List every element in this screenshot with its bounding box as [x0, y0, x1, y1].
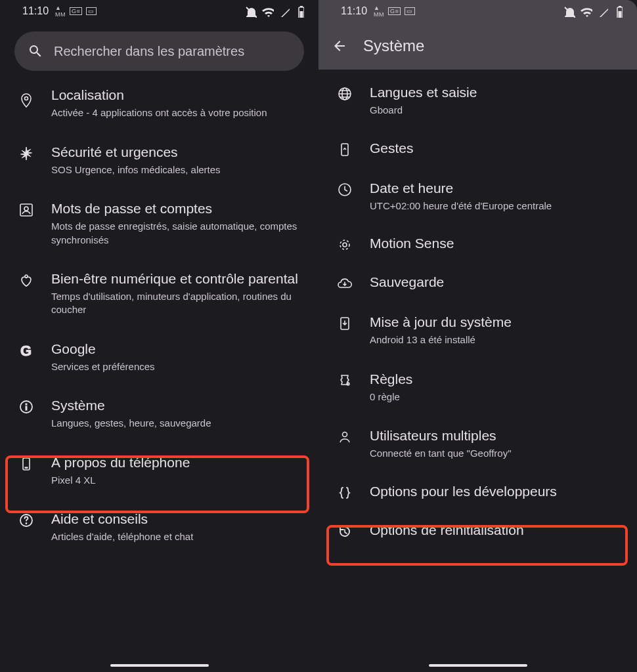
settings-item-restore[interactable]: Options de réinitialisation	[318, 511, 637, 550]
help-icon	[16, 511, 37, 528]
settings-item-clock[interactable]: Date et heureUTC+02:00 heure d'été d'Eur…	[318, 168, 637, 225]
item-title: Google	[51, 341, 305, 358]
user-icon	[334, 427, 355, 445]
item-subtitle: Temps d'utilisation, minuteurs d'applica…	[51, 290, 305, 317]
item-subtitle: Connecté en tant que "Geoffroy"	[370, 447, 624, 460]
settings-item-user[interactable]: Utilisateurs multiplesConnecté en tant q…	[318, 415, 637, 472]
dnd-icon	[244, 5, 257, 18]
signal-icon	[278, 5, 290, 17]
item-subtitle: Activée - 4 applications ont accès à vot…	[51, 106, 305, 119]
item-title: Mots de passe et comptes	[51, 200, 305, 217]
gesture-nav-bar[interactable]	[0, 664, 318, 667]
asterisk-icon	[16, 144, 37, 161]
item-subtitle: Langues, gestes, heure, sauvegarde	[51, 417, 305, 430]
gesture-icon	[334, 140, 355, 158]
search-settings[interactable]: Rechercher dans les paramètres	[14, 32, 304, 71]
search-icon	[28, 43, 43, 59]
phonebox-icon	[16, 454, 37, 472]
item-subtitle: Android 13 a été installé	[370, 333, 624, 346]
google-icon	[16, 341, 37, 358]
cloud-icon	[334, 274, 355, 291]
status-bar: 11:10 ▲MM G≡ ▭	[0, 0, 318, 22]
settings-item-cloud[interactable]: Sauvegarde	[318, 263, 637, 302]
gesture-nav-bar[interactable]	[318, 664, 637, 667]
item-title: Utilisateurs multiples	[370, 427, 624, 444]
settings-item-info[interactable]: SystèmeLangues, gestes, heure, sauvegard…	[0, 385, 318, 442]
battery-icon	[612, 5, 623, 18]
settings-main-screen: 11:10 ▲MM G≡ ▭ Rechercher dans les param…	[0, 0, 318, 672]
dnd-icon	[562, 5, 575, 18]
card-icon: ▭	[405, 7, 415, 15]
news-icon: G≡	[388, 7, 401, 15]
accountbox-icon	[16, 200, 37, 218]
app-bar: Système	[318, 22, 637, 70]
settings-item-asterisk[interactable]: Sécurité et urgencesSOS Urgence, infos m…	[0, 132, 318, 189]
wifi-icon	[579, 5, 592, 18]
item-subtitle: UTC+02:00 heure d'été d'Europe centrale	[370, 200, 624, 213]
item-subtitle: 0 règle	[370, 390, 624, 404]
settings-item-phonebox[interactable]: À propos du téléphonePixel 4 XL	[0, 442, 318, 499]
item-title: Gestes	[370, 140, 624, 157]
mm-icon: ▲MM	[55, 5, 66, 18]
system-list[interactable]: Langues et saisieGboardGestesDate et heu…	[318, 70, 637, 550]
wellbeing-icon	[16, 270, 37, 288]
info-icon	[16, 397, 37, 415]
settings-item-google[interactable]: GoogleServices et préférences	[0, 329, 318, 386]
settings-item-braces[interactable]: Options pour les développeurs	[318, 472, 637, 511]
signal-icon	[596, 5, 608, 17]
item-title: Options de réinitialisation	[370, 522, 624, 539]
settings-list[interactable]: LocalisationActivée - 4 applications ont…	[0, 75, 318, 556]
system-settings-screen: 11:10 ▲MM G≡ ▭ Système Langues et saisie…	[318, 0, 637, 672]
settings-item-globe[interactable]: Langues et saisieGboard	[318, 72, 637, 129]
item-title: Mise à jour du système	[370, 314, 624, 331]
clock-icon	[334, 180, 355, 198]
download-icon	[334, 314, 355, 331]
item-title: Langues et saisie	[370, 84, 624, 101]
item-title: Aide et conseils	[51, 511, 305, 528]
item-subtitle: Mots de passe enregistrés, saisie automa…	[51, 220, 305, 247]
search-placeholder: Rechercher dans les paramètres	[54, 44, 244, 59]
braces-icon	[334, 483, 355, 501]
settings-item-location[interactable]: LocalisationActivée - 4 applications ont…	[0, 79, 318, 132]
item-subtitle: Articles d'aide, téléphone et chat	[51, 530, 305, 543]
item-title: Règles	[370, 371, 624, 388]
settings-item-download[interactable]: Mise à jour du systèmeAndroid 13 a été i…	[318, 302, 637, 359]
item-subtitle: Gboard	[370, 104, 624, 117]
wifi-icon	[261, 5, 274, 18]
item-title: Sécurité et urgences	[51, 144, 305, 161]
settings-item-wellbeing[interactable]: Bien-être numérique et contrôle parental…	[0, 259, 318, 329]
item-title: À propos du téléphone	[51, 454, 305, 471]
mm-icon: ▲MM	[374, 5, 384, 18]
settings-item-help[interactable]: Aide et conseilsArticles d'aide, télépho…	[0, 499, 318, 556]
settings-item-accountbox[interactable]: Mots de passe et comptesMots de passe en…	[0, 188, 318, 259]
item-subtitle: SOS Urgence, infos médicales, alertes	[51, 163, 305, 177]
status-bar: 11:10 ▲MM G≡ ▭	[318, 0, 637, 22]
item-title: Bien-être numérique et contrôle parental	[51, 270, 305, 287]
motion-icon	[334, 235, 355, 253]
back-button[interactable]	[332, 38, 347, 54]
item-subtitle: Pixel 4 XL	[51, 474, 305, 487]
app-bar-title: Système	[363, 37, 424, 55]
location-icon	[16, 91, 37, 108]
status-time: 11:10	[341, 5, 367, 17]
restore-icon	[334, 522, 355, 539]
item-title: Options pour les développeurs	[370, 483, 624, 500]
globe-icon	[334, 84, 355, 102]
status-time: 11:10	[22, 5, 49, 17]
battery-icon	[294, 5, 304, 18]
settings-item-rules[interactable]: Règles0 règle	[318, 359, 637, 416]
item-title: Localisation	[51, 87, 305, 104]
item-title: Motion Sense	[370, 235, 624, 252]
item-subtitle: Services et préférences	[51, 360, 305, 373]
news-icon: G≡	[70, 7, 82, 15]
settings-item-motion[interactable]: Motion Sense	[318, 224, 637, 263]
item-title: Système	[51, 397, 305, 414]
item-title: Sauvegarde	[370, 274, 624, 291]
settings-item-gesture[interactable]: Gestes	[318, 129, 637, 168]
item-title: Date et heure	[370, 180, 624, 197]
card-icon: ▭	[86, 7, 97, 15]
rules-icon	[334, 371, 355, 388]
